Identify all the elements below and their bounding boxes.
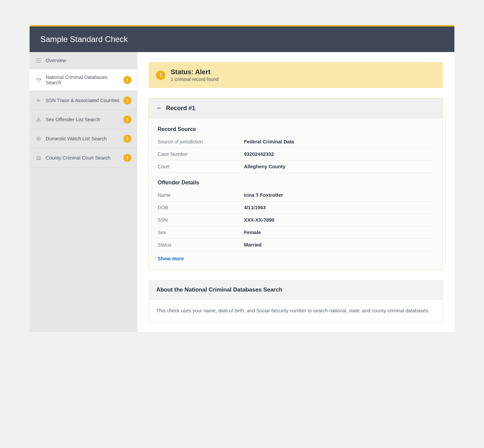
kv-value: Married xyxy=(244,242,434,248)
kv-value: 93202442332 xyxy=(244,151,434,157)
sidebar-item-national-criminal[interactable]: National Criminal Databases Search ! xyxy=(30,69,137,91)
kv-row: SSNXXX-XX-7890 xyxy=(158,214,434,226)
svg-point-11 xyxy=(38,138,39,139)
about-title: About the National Criminal Databases Se… xyxy=(156,286,435,293)
svg-point-10 xyxy=(38,121,39,121)
record-title: Record #1 xyxy=(166,105,195,112)
sidebar-item-ssn-trace[interactable]: SSN Trace & Associated Counties ! xyxy=(30,91,137,110)
kv-row: Source of jurisdictionFederal Criminal D… xyxy=(158,136,434,148)
sidebar-item-label: Domestic Watch List Search xyxy=(46,136,121,141)
card-header: Sample Standard Check xyxy=(30,27,454,52)
main-content: ! Status: Alert 1 criminal record found … xyxy=(137,52,454,332)
svg-point-4 xyxy=(36,60,37,61)
about-body: This check uses your name, date of birth… xyxy=(149,300,443,322)
kv-key: DOB xyxy=(158,205,244,210)
kv-key: Sex xyxy=(158,230,244,235)
sidebar-item-label: County Criminal Court Search xyxy=(46,155,121,161)
sidebar-item-label: Overview xyxy=(46,58,131,63)
alert-icon: ! xyxy=(156,71,165,80)
warning-icon xyxy=(36,117,42,123)
about-header: About the National Criminal Databases Se… xyxy=(149,280,443,300)
kv-row: NameIrina T Foxtrotter xyxy=(158,189,434,201)
record-body: Record Source Source of jurisdictionFede… xyxy=(149,118,443,270)
fingerprint-icon xyxy=(36,97,42,103)
svg-point-3 xyxy=(36,59,37,59)
record-header[interactable]: − Record #1 xyxy=(149,98,443,118)
kv-value: Federal Criminal Data xyxy=(244,139,434,144)
kv-value: 4/11/1963 xyxy=(244,205,434,210)
kv-row: StatusMarried xyxy=(158,239,434,251)
sidebar-item-label: SSN Trace & Associated Counties xyxy=(46,98,121,103)
show-more-link[interactable]: Show more xyxy=(158,251,184,261)
record-source-heading: Record Source xyxy=(158,126,434,132)
status-subtitle: 1 criminal record found xyxy=(171,77,218,82)
kv-value: XXX-XX-7890 xyxy=(244,217,434,223)
status-banner: ! Status: Alert 1 criminal record found xyxy=(149,62,443,88)
kv-value: Allegheny County xyxy=(244,164,434,169)
sidebar-item-domestic-watch[interactable]: Domestic Watch List Search ! xyxy=(30,129,137,148)
status-title: Status: Alert xyxy=(171,68,218,76)
page-title: Sample Standard Check xyxy=(40,35,444,44)
kv-row: SexFemale xyxy=(158,226,434,239)
banner-text: Status: Alert 1 criminal record found xyxy=(171,68,218,82)
alert-icon: ! xyxy=(123,116,131,124)
kv-key: Case Number xyxy=(158,151,244,157)
kv-key: Source of jurisdiction xyxy=(158,139,244,144)
record-panel: − Record #1 Record Source Source of juri… xyxy=(149,98,443,270)
list-icon xyxy=(36,57,42,63)
scales-icon xyxy=(36,77,42,83)
kv-key: Status xyxy=(158,242,244,248)
courthouse-icon xyxy=(36,155,42,161)
card-body: Overview National Criminal Databases Sea… xyxy=(30,52,454,332)
kv-key: Name xyxy=(158,192,244,198)
sidebar-item-county-court[interactable]: County Criminal Court Search ! xyxy=(30,148,137,168)
kv-row: CourtAllegheny County xyxy=(158,161,434,173)
report-card: Sample Standard Check Overview National … xyxy=(30,25,454,332)
kv-value: Irina T Foxtrotter xyxy=(244,192,434,198)
sidebar-item-label: National Criminal Databases Search xyxy=(46,75,121,85)
sidebar-item-sex-offender[interactable]: Sex Offender List Search ! xyxy=(30,110,137,129)
kv-key: Court xyxy=(158,164,244,169)
alert-icon: ! xyxy=(123,76,131,84)
kv-row: DOB4/11/1963 xyxy=(158,201,434,214)
kv-row: Case Number93202442332 xyxy=(158,148,434,161)
alert-icon: ! xyxy=(123,96,131,104)
about-panel: About the National Criminal Databases Se… xyxy=(149,280,443,322)
kv-value: Female xyxy=(244,230,434,235)
kv-key: SSN xyxy=(158,217,244,223)
svg-point-5 xyxy=(36,62,37,62)
sidebar: Overview National Criminal Databases Sea… xyxy=(30,52,137,332)
offender-details-heading: Offender Details xyxy=(158,180,434,186)
collapse-icon: − xyxy=(157,104,161,112)
sidebar-item-label: Sex Offender List Search xyxy=(46,117,121,122)
sidebar-item-overview[interactable]: Overview xyxy=(30,52,137,69)
eye-icon xyxy=(36,136,42,142)
alert-icon: ! xyxy=(123,135,131,143)
alert-icon: ! xyxy=(123,154,131,162)
